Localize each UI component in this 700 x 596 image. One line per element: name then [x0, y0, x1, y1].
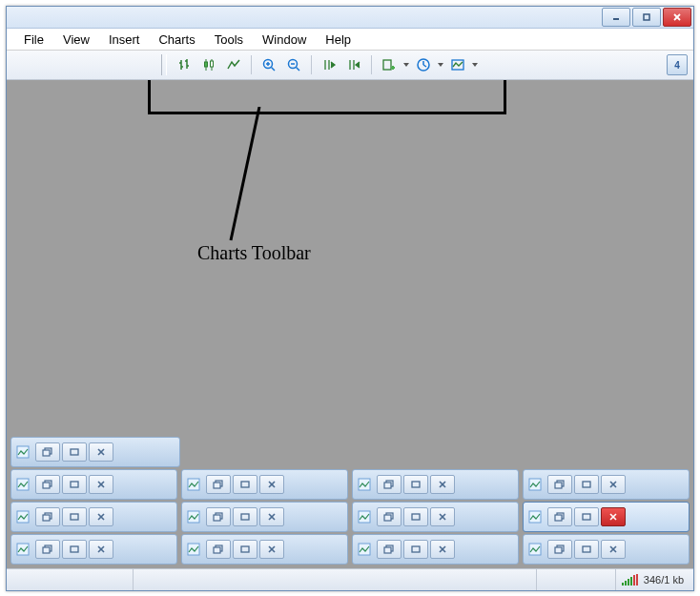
svg-rect-57 [412, 482, 420, 487]
restore-button[interactable] [35, 475, 60, 494]
minimized-chart-window[interactable] [352, 469, 519, 500]
restore-button[interactable] [547, 540, 572, 559]
maximize-button[interactable] [233, 475, 257, 494]
close-button[interactable] [601, 540, 626, 559]
candlestick-button[interactable] [197, 53, 220, 76]
charts-toolbar [157, 52, 483, 77]
restore-button[interactable] [35, 442, 60, 462]
restore-button[interactable] [377, 475, 401, 494]
close-button[interactable] [430, 507, 455, 526]
toolbar-grip-icon[interactable] [161, 54, 167, 75]
menu-insert[interactable]: Insert [99, 31, 150, 49]
minimized-chart-window[interactable] [523, 469, 690, 500]
restore-button[interactable] [206, 475, 231, 494]
svg-rect-80 [384, 515, 391, 521]
chart-window-icon [526, 541, 544, 558]
zoom-in-button[interactable] [257, 53, 280, 76]
chart-window-icon [356, 476, 373, 493]
connection-status[interactable]: 346/1 kb [616, 569, 693, 590]
close-button[interactable] [663, 8, 691, 27]
close-button[interactable] [601, 475, 626, 494]
restore-button[interactable] [547, 507, 572, 526]
minimized-chart-window[interactable] [10, 502, 177, 532]
periodicity-dropdown[interactable] [437, 54, 444, 75]
minimized-chart-window[interactable] [352, 502, 519, 532]
close-button[interactable] [89, 475, 113, 494]
minimized-chart-window[interactable] [181, 534, 348, 565]
maximize-button[interactable] [62, 540, 87, 559]
maximize-button[interactable] [403, 475, 428, 494]
close-button[interactable] [259, 540, 284, 559]
svg-rect-13 [211, 61, 214, 67]
zoom-out-button[interactable] [282, 53, 305, 76]
toolbar-separator [371, 55, 372, 74]
restore-button[interactable] [377, 540, 401, 559]
maximize-button[interactable] [632, 8, 661, 27]
menu-charts[interactable]: Charts [149, 31, 204, 49]
restore-button[interactable] [206, 507, 231, 526]
maximize-button[interactable] [233, 507, 257, 526]
close-button[interactable] [89, 442, 113, 462]
minimize-button[interactable] [602, 8, 630, 27]
status-cell-2 [134, 569, 537, 590]
menu-tools[interactable]: Tools [205, 31, 253, 49]
svg-rect-38 [43, 450, 50, 456]
restore-button[interactable] [35, 507, 60, 526]
menu-view[interactable]: View [53, 31, 99, 49]
templates-dropdown[interactable] [471, 54, 479, 75]
traffic-text: 346/1 kb [644, 574, 684, 586]
minimized-chart-window[interactable] [181, 502, 348, 532]
svg-rect-45 [71, 482, 78, 487]
restore-button[interactable] [547, 475, 572, 494]
line-chart-button[interactable] [222, 53, 245, 76]
menu-window[interactable]: Window [253, 31, 316, 49]
restore-button[interactable] [377, 507, 401, 526]
close-button[interactable] [601, 507, 626, 526]
alerts-badge[interactable]: 4 [667, 54, 688, 75]
svg-rect-96 [188, 544, 199, 555]
mini-window-row [10, 469, 690, 500]
close-button[interactable] [259, 507, 284, 526]
mini-window-row [10, 502, 690, 532]
svg-rect-1 [644, 14, 649, 20]
chart-window-icon [14, 508, 31, 525]
restore-button[interactable] [35, 540, 60, 559]
close-button[interactable] [89, 507, 113, 526]
close-button[interactable] [89, 540, 113, 559]
maximize-button[interactable] [574, 540, 599, 559]
close-button[interactable] [259, 475, 284, 494]
minimized-chart-window[interactable] [10, 437, 180, 467]
minimized-chart-window[interactable] [181, 469, 348, 500]
svg-rect-78 [359, 511, 370, 523]
close-button[interactable] [430, 475, 455, 494]
maximize-button[interactable] [62, 507, 87, 526]
maximize-button[interactable] [403, 540, 428, 559]
periodicity-button[interactable] [412, 53, 435, 76]
maximize-button[interactable] [62, 475, 87, 494]
svg-marker-28 [403, 63, 409, 67]
menu-file[interactable]: File [14, 31, 53, 49]
maximize-button[interactable] [62, 442, 87, 462]
templates-button[interactable] [446, 53, 469, 76]
restore-button[interactable] [206, 540, 231, 559]
minimized-chart-window[interactable] [352, 534, 519, 565]
auto-scroll-button[interactable] [342, 53, 365, 76]
minimized-chart-window[interactable] [10, 534, 177, 565]
maximize-button[interactable] [403, 507, 428, 526]
minimized-chart-window[interactable] [10, 469, 177, 500]
maximize-button[interactable] [574, 507, 599, 526]
indicators-button[interactable] [378, 53, 401, 76]
close-button[interactable] [430, 540, 455, 559]
svg-rect-72 [188, 511, 199, 523]
maximize-button[interactable] [574, 475, 599, 494]
minimized-chart-window[interactable] [523, 502, 690, 532]
svg-rect-63 [583, 482, 590, 487]
mini-window-row [10, 437, 690, 467]
chart-shift-button[interactable] [318, 53, 340, 76]
maximize-button[interactable] [233, 540, 257, 559]
menu-help[interactable]: Help [316, 31, 360, 49]
toolbar-separator [251, 55, 252, 74]
bar-chart-button[interactable] [173, 53, 196, 76]
indicators-dropdown[interactable] [402, 54, 410, 75]
minimized-chart-window[interactable] [523, 534, 690, 565]
